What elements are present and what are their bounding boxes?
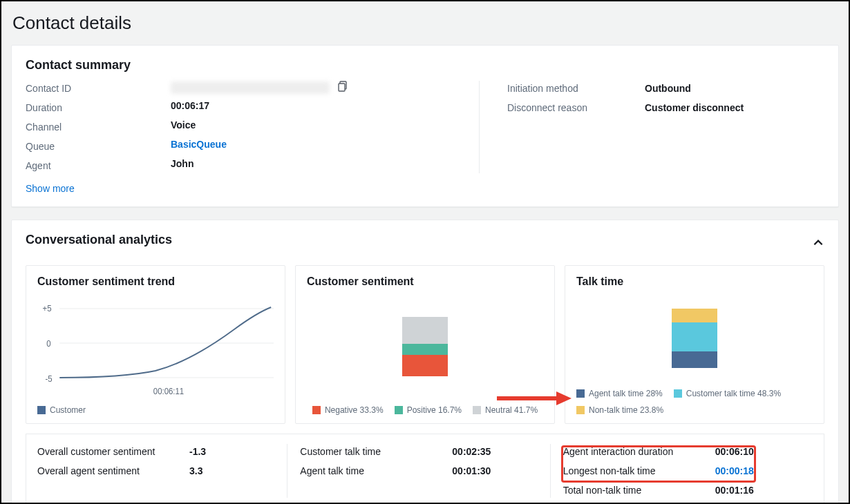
agent-value: John [171, 156, 451, 171]
sentiment-trend-card: Customer sentiment trend +5 0 -5 00:06:1… [26, 265, 285, 424]
summary-title: Contact summary [26, 58, 824, 72]
overall-agent-sentiment-value: 3.3 [189, 463, 206, 478]
contact-summary-panel: Contact summary Contact ID Duration Chan… [11, 45, 839, 207]
legend-agent-talk-label: Agent talk time 28% [589, 389, 663, 398]
disconnect-label: Disconnect reason [507, 100, 617, 115]
collapse-icon[interactable] [812, 237, 824, 251]
longest-nontalk-label: Longest non-talk time [563, 463, 701, 478]
legend-agent-talk: Agent talk time 28% [576, 389, 663, 398]
disconnect-value: Customer disconnect [645, 100, 824, 115]
contact-id-label: Contact ID [26, 81, 143, 96]
customer-sentiment-card: Customer sentiment Negative 33.3% [295, 265, 555, 424]
legend-customer-talk-label: Customer talk time 48.3% [686, 389, 781, 398]
page-title: Contact details [12, 12, 839, 34]
legend-nontalk-label: Non-talk time 23.8% [589, 405, 663, 415]
legend-customer-talk: Customer talk time 48.3% [674, 389, 781, 398]
queue-link[interactable]: BasicQueue [171, 137, 451, 152]
swatch-icon [312, 406, 321, 414]
duration-value: 00:06:17 [171, 98, 451, 113]
svg-text:+5: +5 [43, 304, 52, 313]
queue-label: Queue [26, 139, 143, 154]
svg-rect-1 [339, 84, 345, 91]
agent-talk-time-label: Agent talk time [300, 463, 438, 478]
swatch-icon [674, 389, 682, 398]
agent-label: Agent [26, 158, 143, 173]
channel-value: Voice [171, 117, 451, 133]
cust-talk-time-label: Customer talk time [300, 444, 438, 459]
customer-sentiment-chart [307, 293, 543, 400]
talk-time-chart [576, 293, 813, 383]
legend-nontalk: Non-talk time 23.8% [576, 405, 663, 415]
agent-talk-time-value: 00:01:30 [452, 463, 491, 478]
talk-time-title: Talk time [576, 275, 813, 288]
overall-agent-sentiment-label: Overall agent sentiment [37, 463, 176, 478]
total-nontalk-label: Total non-talk time [563, 483, 701, 498]
swatch-icon [473, 406, 481, 414]
copy-icon[interactable] [338, 81, 349, 94]
svg-text:-5: -5 [45, 374, 53, 383]
talk-time-card: Talk time Agent talk time 28% [565, 265, 824, 424]
swatch-icon [576, 406, 585, 414]
metrics-row: Overall customer sentiment Overall agent… [26, 434, 824, 504]
legend-negative: Negative 33.3% [312, 405, 384, 415]
legend-positive-label: Positive 16.7% [407, 405, 462, 415]
customer-sentiment-title: Customer sentiment [307, 275, 543, 288]
legend-neutral-label: Neutral 41.7% [485, 405, 538, 415]
sentiment-trend-title: Customer sentiment trend [37, 275, 274, 288]
analytics-panel: Conversational analytics Customer sentim… [11, 220, 839, 504]
duration-label: Duration [26, 100, 143, 115]
overall-cust-sentiment-label: Overall customer sentiment [37, 444, 176, 459]
contact-id-value [171, 81, 330, 94]
legend-positive: Positive 16.7% [395, 405, 462, 415]
legend-neutral: Neutral 41.7% [473, 405, 538, 415]
cust-talk-time-value: 00:02:35 [452, 444, 491, 459]
show-more-link[interactable]: Show more [26, 183, 75, 194]
analytics-title: Conversational analytics [26, 233, 172, 247]
svg-text:0: 0 [46, 339, 51, 348]
legend-customer: Customer [37, 405, 86, 415]
sentiment-trend-chart: +5 0 -5 00:06:11 [37, 293, 274, 400]
channel-label: Channel [26, 119, 143, 135]
longest-nontalk-value[interactable]: 00:00:18 [715, 463, 754, 478]
overall-cust-sentiment-value: -1.3 [189, 444, 206, 459]
initiation-value: Outbound [645, 81, 824, 96]
interaction-duration-label: Agent interaction duration [563, 444, 701, 459]
swatch-icon [37, 406, 46, 414]
legend-customer-label: Customer [50, 405, 86, 415]
swatch-icon [395, 406, 403, 414]
legend-negative-label: Negative 33.3% [325, 405, 384, 415]
svg-text:00:06:11: 00:06:11 [153, 387, 184, 396]
swatch-icon [576, 389, 585, 398]
interaction-duration-value: 00:06:10 [715, 444, 754, 459]
initiation-label: Initiation method [507, 81, 617, 96]
total-nontalk-value: 00:01:16 [715, 483, 754, 498]
